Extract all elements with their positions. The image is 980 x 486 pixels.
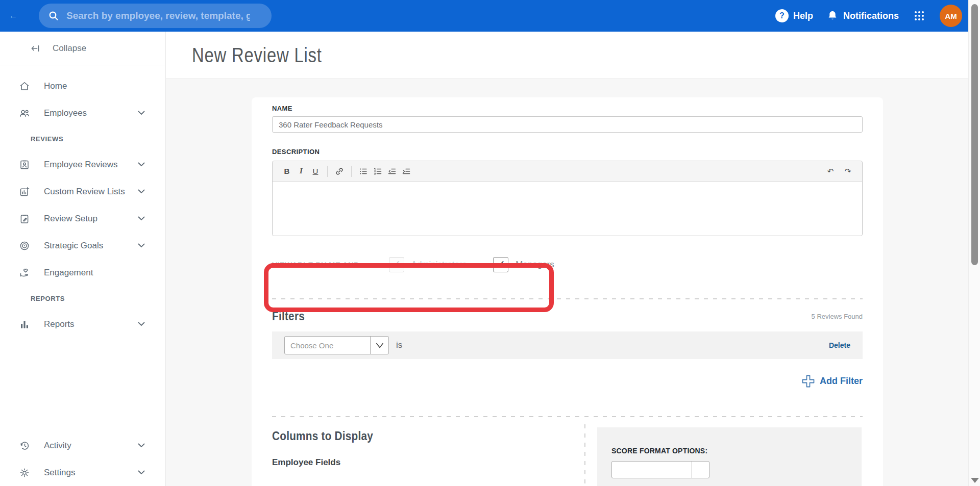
filter-operator: is [396, 340, 402, 350]
description-label: DESCRIPTION [272, 148, 863, 156]
bold-button[interactable]: B [280, 164, 294, 178]
managers-checkbox-label: Managers [516, 260, 554, 270]
home-icon [19, 81, 30, 92]
search-input[interactable] [66, 10, 250, 21]
page-header: New Review List [166, 32, 968, 79]
chevron-down-icon [138, 111, 145, 115]
sidebar-section-reports: REPORTS [0, 286, 165, 311]
filter-field-select[interactable]: Choose One [284, 336, 389, 354]
page-title: New Review List [192, 44, 322, 67]
apps-grid-icon[interactable] [912, 9, 926, 23]
chevron-down-icon [138, 443, 145, 448]
add-filter-button[interactable]: Add Filter [820, 376, 863, 387]
chevron-down-icon [138, 322, 145, 326]
add-filter-row: Add Filter [272, 373, 863, 389]
filters-header-row: Filters 5 Reviews Found [272, 310, 863, 323]
italic-button[interactable]: I [294, 164, 308, 178]
global-search[interactable] [39, 4, 272, 28]
score-format-label: SCORE FORMAT OPTIONS: [611, 447, 847, 455]
hand-heart-icon [19, 267, 30, 278]
section-divider [272, 416, 863, 417]
scrollbar-down-arrow[interactable] [971, 478, 979, 483]
toolbar-separator [351, 166, 352, 177]
select-chevron-icon [370, 337, 388, 354]
delete-filter-button[interactable]: Delete [829, 341, 850, 349]
target-icon [19, 240, 30, 251]
redo-icon[interactable]: ↷ [841, 164, 855, 178]
reviews-found-count: 5 Reviews Found [812, 313, 863, 320]
people-icon [19, 108, 30, 119]
administrators-checkbox-label: Administrators [411, 260, 467, 270]
sidebar-item-custom-review-lists[interactable]: Custom Review Lists [0, 178, 165, 205]
badge-icon [19, 159, 30, 170]
filter-select-placeholder: Choose One [285, 337, 370, 354]
top-bar: ← ? Help Notifications AM [0, 0, 968, 32]
sidebar: Collapse Home Employees REVIEWS Employee… [0, 32, 166, 486]
managers-checkbox-group: ✓ Managers [493, 257, 554, 272]
notifications-button[interactable]: Notifications [826, 10, 899, 22]
administrators-checkbox[interactable]: ✓ [389, 257, 404, 272]
sidebar-item-employee-reviews[interactable]: Employee Reviews [0, 151, 165, 178]
link-icon[interactable] [332, 164, 347, 178]
columns-to-display-column: Columns to Display Employee Fields [272, 427, 584, 486]
numbered-list-icon[interactable] [371, 164, 385, 178]
sidebar-item-activity[interactable]: Activity [0, 432, 165, 459]
scrollbar-thumb[interactable] [971, 4, 978, 265]
clipboard-pencil-icon [19, 213, 30, 224]
sidebar-item-strategic-goals[interactable]: Strategic Goals [0, 232, 165, 259]
collapse-arrow-icon [30, 43, 41, 54]
bullet-list-icon[interactable] [356, 164, 371, 178]
search-icon [48, 10, 59, 21]
chevron-down-icon [138, 470, 145, 475]
undo-icon[interactable]: ↶ [823, 164, 838, 178]
help-button[interactable]: ? Help [775, 9, 813, 22]
columns-heading: Columns to Display [272, 429, 553, 443]
back-arrow-icon[interactable]: ← [9, 11, 18, 20]
name-input[interactable] [272, 116, 863, 133]
viewable-by-row: VIEWABLE BY ME AND: ✓ Administrators ✓ M… [272, 250, 863, 279]
editor-toolbar: B I U [273, 161, 862, 182]
review-list-form-card: NAME DESCRIPTION B I U [252, 97, 883, 486]
sidebar-item-review-setup[interactable]: Review Setup [0, 205, 165, 232]
gear-icon [19, 467, 30, 478]
content-area: NAME DESCRIPTION B I U [166, 79, 968, 486]
section-divider [272, 298, 863, 299]
sidebar-collapse-button[interactable]: Collapse [0, 32, 165, 65]
bar-chart-icon [19, 319, 30, 330]
notifications-label: Notifications [843, 11, 899, 21]
sidebar-item-settings[interactable]: Settings [0, 459, 165, 486]
managers-checkbox[interactable]: ✓ [493, 257, 508, 272]
sidebar-item-employees[interactable]: Employees [0, 99, 165, 126]
chevron-down-icon [138, 189, 145, 194]
underline-button[interactable]: U [308, 164, 323, 178]
plus-icon[interactable] [801, 374, 815, 388]
filter-row: Choose One is Delete [272, 331, 863, 359]
bell-icon [826, 10, 839, 22]
chevron-down-icon [138, 216, 145, 221]
administrators-checkbox-group: ✓ Administrators [389, 257, 467, 272]
outdent-icon[interactable] [385, 164, 399, 178]
sidebar-item-reports[interactable]: Reports [0, 311, 165, 338]
collapse-label: Collapse [53, 43, 86, 54]
sidebar-section-reviews: REVIEWS [0, 126, 165, 151]
employee-fields-subheading: Employee Fields [272, 457, 584, 468]
vertical-scrollbar[interactable] [968, 0, 980, 486]
score-format-select[interactable] [611, 461, 709, 478]
toolbar-separator [327, 166, 328, 177]
help-label: Help [793, 11, 813, 21]
name-label: NAME [272, 105, 863, 112]
indent-icon[interactable] [399, 164, 413, 178]
chart-plus-icon [19, 186, 30, 197]
sidebar-item-engagement[interactable]: Engagement [0, 259, 165, 286]
description-input[interactable] [273, 182, 862, 236]
sidebar-item-home[interactable]: Home [0, 72, 165, 99]
description-editor: B I U [272, 161, 863, 236]
avatar[interactable]: AM [940, 5, 962, 27]
main-area: New Review List NAME DESCRIPTION B I U [166, 32, 968, 486]
filters-heading: Filters [272, 310, 305, 323]
sidebar-nav: Home Employees REVIEWS Employee Reviews [0, 65, 165, 486]
score-format-panel: SCORE FORMAT OPTIONS: [597, 427, 862, 486]
chevron-down-icon [138, 243, 145, 248]
help-icon: ? [775, 9, 789, 22]
select-chevron-icon [692, 462, 709, 478]
